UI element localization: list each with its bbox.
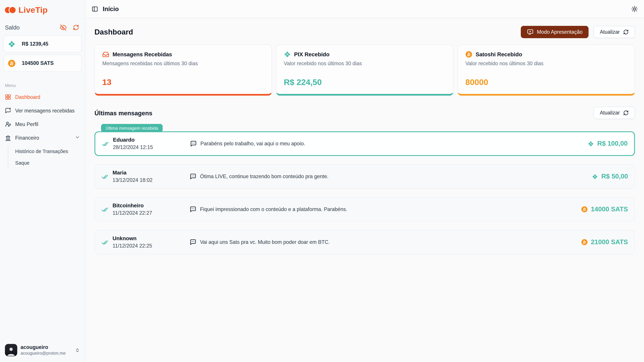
user-menu[interactable]: acougueiro acougueiro@proton.me — [0, 340, 85, 362]
card-title: Satoshi Recebido — [476, 51, 522, 57]
panel-left-icon[interactable] — [92, 5, 98, 12]
message-bubble-icon — [190, 239, 196, 245]
double-check-icon — [102, 173, 108, 180]
presentation-mode-button[interactable]: Modo Apresentação — [521, 26, 589, 38]
user-name: acougueiro — [20, 344, 72, 351]
refresh-dashboard-button[interactable]: Atualizar — [594, 26, 635, 38]
sender-name: Maria — [112, 169, 190, 177]
sender-name: Unknown — [112, 235, 190, 242]
card-title: PIX Recebido — [294, 51, 330, 57]
message-datetime: 11/12/2024 22:27 — [112, 210, 190, 217]
layout-grid-icon — [5, 94, 11, 100]
messages-list: Eduardo 28/12/2024 12:15 Parabéns pelo t… — [94, 131, 635, 255]
card-mensagens-recebidas: Mensagens Recebidas Mensagens recebidas … — [94, 44, 272, 95]
bitcoin-icon — [581, 239, 588, 245]
livetip-app: LiveTip Saldo R$ 1239,45 104500 SATS Men… — [0, 0, 644, 362]
sender-name: Bitcoinheiro — [112, 202, 190, 210]
sender-name: Eduardo — [113, 136, 190, 144]
message-bubble-icon — [190, 206, 196, 213]
menu-section-label: Menu — [5, 83, 80, 88]
sidebar-subitem-historico[interactable]: Histórico de Transações — [8, 146, 85, 157]
bitcoin-icon — [581, 206, 588, 213]
message-row[interactable]: Maria 13/12/2024 18:02 Ótima LIVE, conti… — [94, 164, 635, 189]
balance-card-pix: R$ 1239,45 — [3, 35, 82, 53]
chevrons-up-down-icon — [75, 348, 80, 353]
topbar: Início — [85, 0, 644, 18]
sun-icon[interactable] — [631, 5, 638, 12]
sidebar-item-label: Financeiro — [15, 135, 39, 141]
brand-name: LiveTip — [18, 5, 48, 15]
eye-off-icon[interactable] — [60, 24, 66, 31]
livetip-logo-icon — [5, 6, 16, 14]
pix-icon — [8, 40, 16, 48]
sidebar-subitem-saque[interactable]: Saque — [8, 157, 85, 169]
balance-card-sats: 104500 SATS — [3, 55, 82, 72]
sidebar: LiveTip Saldo R$ 1239,45 104500 SATS Men… — [0, 0, 85, 362]
stat-cards: Mensagens Recebidas Mensagens recebidas … — [94, 44, 635, 95]
sidebar-item-perfil[interactable]: Meu Perfil — [0, 117, 85, 131]
sidebar-item-dashboard[interactable]: Dashboard — [0, 90, 85, 104]
message-amount: 14000 SATS — [581, 206, 628, 213]
message-row[interactable]: Bitcoinheiro 11/12/2024 22:27 Fiquei imp… — [94, 197, 635, 222]
card-value: 80000 — [466, 78, 627, 87]
message-datetime: 28/12/2024 12:15 — [113, 144, 190, 151]
sidebar-item-mensagens[interactable]: Ver mensagens recebidas — [0, 104, 85, 117]
user-email: acougueiro@proton.me — [20, 351, 72, 356]
messages-title: Últimas mensagens — [94, 109, 152, 116]
chevron-down-icon — [75, 135, 80, 141]
message-amount: R$ 100,00 — [588, 140, 628, 147]
pix-icon — [592, 173, 598, 180]
refresh-balance-icon[interactable] — [72, 24, 79, 31]
double-check-icon — [102, 206, 108, 213]
page-title: Início — [103, 5, 119, 12]
message-amount: R$ 50,00 — [592, 173, 628, 180]
message-datetime: 13/12/2024 18:02 — [112, 177, 190, 184]
message-text: Fiquei impressionado com o conteúdo e a … — [200, 206, 347, 212]
pix-icon — [284, 51, 291, 58]
sidebar-item-label: Meu Perfil — [15, 121, 38, 127]
sats-balance-value: 104500 SATS — [22, 60, 54, 66]
landmark-icon — [5, 135, 11, 141]
balance-label: Saldo — [5, 24, 60, 31]
bitcoin-icon — [8, 59, 16, 67]
sidebar-item-label: Ver mensagens recebidas — [15, 108, 75, 113]
financeiro-submenu: Histórico de Transações Saque — [8, 146, 85, 169]
content: Dashboard Modo Apresentação Atualizar — [85, 18, 644, 271]
bitcoin-icon — [466, 51, 472, 58]
user-pen-icon — [5, 121, 11, 127]
message-row[interactable]: Unknown 11/12/2024 22:25 Vai aqui uns Sa… — [94, 230, 635, 254]
card-value: R$ 224,50 — [284, 78, 446, 87]
pix-icon — [588, 141, 594, 147]
double-check-icon — [102, 239, 108, 246]
card-pix-recebido: PIX Recebido Valor recebido nos últimos … — [276, 44, 454, 95]
card-title: Mensagens Recebidas — [112, 51, 172, 57]
message-bubble-icon — [190, 173, 196, 180]
brand-logo[interactable]: LiveTip — [0, 0, 85, 18]
card-subtitle: Mensagens recebidas nos últimos 30 dias — [102, 61, 264, 66]
card-subtitle: Valor recebido nos últimos 30 dias — [284, 61, 446, 66]
sidebar-item-label: Dashboard — [15, 94, 40, 100]
inbox-icon — [102, 51, 109, 58]
pix-balance-value: R$ 1239,45 — [22, 41, 48, 47]
card-value: 13 — [102, 78, 264, 87]
message-square-dot-icon — [5, 108, 11, 114]
message-amount: 21000 SATS — [581, 239, 628, 246]
message-text: Parabéns pelo trabalho, vai aqui o meu a… — [200, 141, 305, 146]
sidebar-nav: Dashboard Ver mensagens recebidas Meu Pe… — [0, 90, 85, 169]
card-satoshi-recebido: Satoshi Recebido Valor recebido nos últi… — [458, 44, 635, 95]
balance-section-header: Saldo — [0, 18, 85, 33]
card-subtitle: Valor recebido nos últimos 30 dias — [466, 61, 627, 66]
avatar — [5, 344, 17, 356]
message-datetime: 11/12/2024 22:25 — [112, 242, 190, 250]
message-text: Vai aqui uns Sats pra vc. Muito bom pode… — [200, 239, 330, 245]
double-check-icon — [102, 140, 109, 147]
message-bubble-icon — [190, 140, 197, 147]
message-text: Ótima LIVE, continue trazendo bom conteú… — [200, 174, 328, 179]
message-row[interactable]: Eduardo 28/12/2024 12:15 Parabéns pelo t… — [94, 131, 635, 156]
sidebar-item-financeiro[interactable]: Financeiro — [0, 131, 85, 145]
last-message-badge: Última mensagem recebida — [101, 124, 162, 132]
main-area: Início Dashboard Modo Apresentação Atual… — [85, 0, 644, 362]
dashboard-title: Dashboard — [94, 28, 133, 36]
refresh-messages-button[interactable]: Atualizar — [594, 107, 635, 119]
refresh-icon — [623, 110, 629, 116]
